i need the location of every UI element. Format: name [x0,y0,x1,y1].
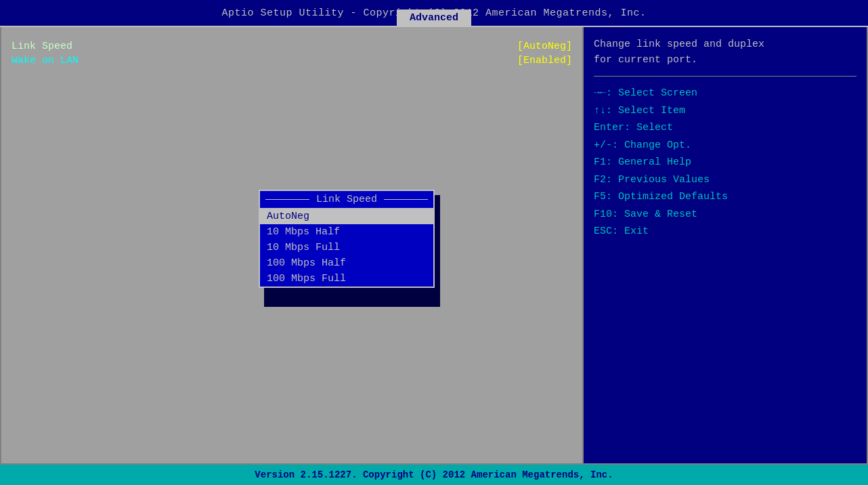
wake-on-lan-value: [Enabled] [517,55,572,66]
link-speed-value: [AutoNeg] [517,41,572,52]
wake-on-lan-label: Wake on LAN [12,55,79,66]
dropdown-title: Link Speed [260,191,433,209]
tab-bar: Advanced [397,9,471,26]
key-select-screen: →←: Select Screen [594,85,856,102]
left-panel: Link Speed [AutoNeg] Wake on LAN [Enable… [0,27,584,465]
key-help: →←: Select Screen ↑↓: Select Item Enter:… [594,85,856,453]
main-area: Link Speed [AutoNeg] Wake on LAN [Enable… [0,27,868,465]
dropdown-popup: Link Speed AutoNeg 10 Mbps Half 10 Mbps … [259,190,435,288]
dropdown-item-100full[interactable]: 100 Mbps Full [260,271,433,287]
key-select-item: ↑↓: Select Item [594,102,856,120]
key-f5: F5: Optimized Defaults [594,188,856,206]
key-enter-select: Enter: Select [594,119,856,137]
dropdown-item-autoneg[interactable]: AutoNeg [260,209,433,224]
key-change-opt: +/-: Change Opt. [594,137,856,154]
help-text: Change link speed and duplexfor current … [594,37,856,77]
dropdown-item-10half[interactable]: 10 Mbps Half [260,224,433,240]
key-f10: F10: Save & Reset [594,206,856,224]
dropdown-item-100half[interactable]: 100 Mbps Half [260,255,433,271]
dropdown-box: Link Speed AutoNeg 10 Mbps Half 10 Mbps … [259,190,435,288]
key-esc: ESC: Exit [594,223,856,240]
bottom-footer: Version 2.15.1227. Copyright (C) 2012 Am… [0,465,868,485]
key-f1: F1: General Help [594,154,856,171]
link-speed-row[interactable]: Link Speed [AutoNeg] [12,41,572,52]
footer-text: Version 2.15.1227. Copyright (C) 2012 Am… [255,469,613,480]
wake-on-lan-row[interactable]: Wake on LAN [Enabled] [12,55,572,66]
dropdown-item-10full[interactable]: 10 Mbps Full [260,240,433,255]
top-header: Aptio Setup Utility - Copyright (C) 2012… [0,0,868,27]
link-speed-label: Link Speed [12,41,72,52]
dropdown-title-text: Link Speed [316,194,377,205]
key-f2: F2: Previous Values [594,171,856,189]
tab-advanced[interactable]: Advanced [397,9,471,26]
right-panel: Change link speed and duplexfor current … [584,27,868,465]
